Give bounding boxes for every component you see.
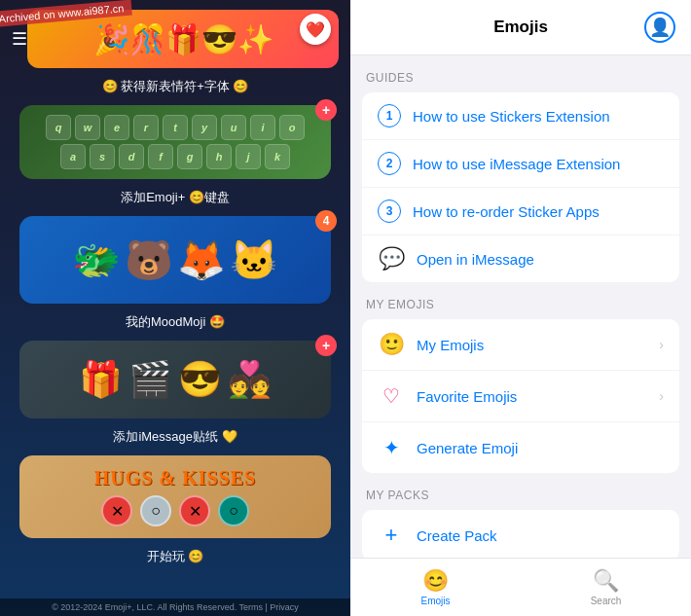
my-packs-list-group: + Create Pack [362,510,679,558]
key-w: w [75,115,100,140]
my-emojis-text: My Emojis [417,337,659,353]
key-d: d [119,144,144,169]
guide-text-3: How to re-order Sticker Apps [413,203,664,220]
heart-icon: ♡ [378,382,405,410]
game-circle-o2: ○ [218,495,249,526]
my-emojis-item[interactable]: 🙂 My Emojis › [362,319,679,371]
favorite-emojis-chevron: › [659,388,664,404]
guide-number-2: 2 [378,152,401,175]
keyboard-row-2: a s d f g h j k [29,144,321,169]
guide-item-1[interactable]: 1 How to use Stickers Extension [362,92,679,140]
create-pack-item[interactable]: + Create Pack [362,510,679,558]
guide-number-1: 1 [378,104,401,127]
moodmoji-num-badge: 4 [315,210,337,232]
plus-icon: + [378,522,405,549]
guides-list-group: 1 How to use Stickers Extension 2 How to… [362,92,679,282]
key-r: r [133,115,159,140]
create-pack-text: Create Pack [417,527,664,544]
imessage-emoji-row: 🎁🎬😎💑 [79,359,272,400]
keyboard-plus-badge: + [315,99,337,121]
sparkle-icon: ✦ [378,434,405,461]
left-panel: Archived on www.ai987.cn ☰ 🎉🎊🎁😎✨ ❤️ 😊 获得… [0,0,350,616]
tab-emojis-label: Emojis [420,596,450,606]
key-a: a [60,144,86,169]
game-circle-x1: ✕ [101,495,132,526]
left-footer: © 2012-2024 Emoji+, LLC. All Rights Rese… [0,598,350,616]
key-s: s [90,144,115,169]
hugs-card: HUGS & KISSES ✕ ○ ✕ ○ [19,455,331,538]
emoji-face-icon: 🙂 [378,331,405,358]
key-j: j [236,144,261,169]
key-u: u [221,115,246,140]
content-scroll: GUIDES 1 How to use Stickers Extension 2… [350,55,691,558]
subtitle-1: 😊 获得新表情符+字体 😊 [102,78,249,95]
tab-search-label: Search [591,596,622,606]
generate-emoji-text: Generate Emoji [417,440,664,456]
keyboard-card: q w e r t y u i o a s d f g h j k + [19,105,331,179]
imessage-card: 🎁🎬😎💑 + [19,341,331,418]
right-panel: Emojis 👤 GUIDES 1 How to use Stickers Ex… [350,0,691,616]
subtitle-5: 开始玩 😊 [147,548,204,565]
moodmoji-card: 🐲🐻🦊🐱 4 [19,216,331,304]
my-packs-section-label: MY PACKS [350,485,691,510]
guide-item-3[interactable]: 3 How to re-order Sticker Apps [362,188,679,236]
guide-text-2: How to use iMessage Extension [413,156,664,172]
hugs-title: HUGS & KISSES [94,467,256,489]
my-emojis-chevron: › [659,337,664,352]
key-y: y [192,115,217,140]
keyboard-rows: q w e r t y u i o a s d f g h j k [29,115,321,169]
hamburger-icon[interactable]: ☰ [12,30,27,48]
bubble-icon: 💬 [378,245,405,272]
guides-section-label: GUIDES [350,67,691,92]
key-i: i [250,115,275,140]
key-k: k [265,144,290,169]
right-header: Emojis 👤 [350,0,691,55]
header-title: Emojis [397,18,644,37]
keyboard-row-1: q w e r t y u i o [29,115,321,140]
heart-badge: ❤️ [300,14,331,45]
guide-number-3: 3 [378,199,401,223]
open-imessage-item[interactable]: 💬 Open in iMessage [362,236,679,282]
tab-bar: 😊 Emojis 🔍 Search [350,558,691,616]
key-f: f [148,144,173,169]
favorite-emojis-item[interactable]: ♡ Favorite Emojis › [362,371,679,422]
subtitle-3: 我的MoodMoji 🤩 [126,313,225,331]
subtitle-4: 添加iMessage贴纸 💛 [113,428,236,446]
game-circle-x2: ✕ [179,495,210,526]
key-g: g [177,144,202,169]
key-e: e [104,115,129,140]
key-q: q [46,115,71,140]
guide-item-2[interactable]: 2 How to use iMessage Extension [362,140,679,188]
generate-emoji-item[interactable]: ✦ Generate Emoji [362,422,679,473]
moodmoji-creatures: 🐲🐻🦊🐱 [72,237,278,283]
guide-text-1: How to use Stickers Extension [413,108,664,125]
tab-search[interactable]: 🔍 Search [521,559,691,616]
favorite-emojis-text: Favorite Emojis [417,388,659,405]
subtitle-2: 添加Emoji+ 😊键盘 [121,189,230,206]
imessage-plus-badge: + [315,335,337,356]
tab-emojis-icon: 😊 [422,568,449,594]
key-t: t [163,115,188,140]
tab-emojis[interactable]: 😊 Emojis [350,559,521,616]
game-circle-o1: ○ [140,495,171,526]
key-h: h [206,144,232,169]
key-o: o [279,115,305,140]
open-imessage-text: Open in iMessage [417,251,664,268]
tab-search-icon: 🔍 [593,568,619,594]
profile-icon[interactable]: 👤 [644,12,675,43]
my-emojis-section-label: MY EMOJIS [350,294,691,319]
game-row: ✕ ○ ✕ ○ [101,495,249,526]
my-emojis-list-group: 🙂 My Emojis › ♡ Favorite Emojis › ✦ Gene… [362,319,679,473]
